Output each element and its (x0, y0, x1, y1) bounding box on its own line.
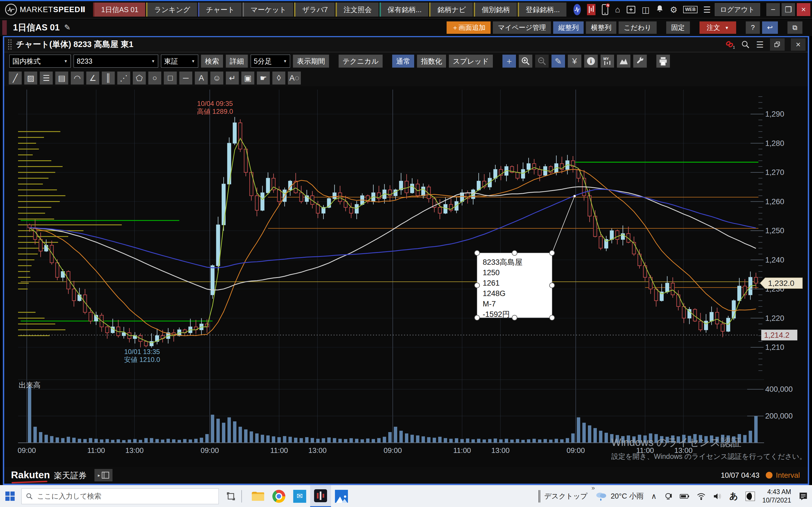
logout-button[interactable]: ログアウト (715, 3, 760, 16)
printer-icon[interactable] (658, 56, 668, 66)
settings-wrench-button[interactable] (633, 55, 647, 68)
camera-icon[interactable] (664, 492, 672, 501)
weather-widget[interactable]: 20°C 小雨 (595, 491, 644, 502)
align-horizontal-button[interactable]: 横整列 (586, 21, 616, 34)
interval-select[interactable]: 5分足▼ (251, 55, 290, 68)
draw-tool-horizontal-line[interactable]: ─ (179, 71, 192, 84)
info-button[interactable]: i (584, 55, 598, 68)
wrench-icon[interactable] (636, 57, 645, 66)
restore-button[interactable]: ❐ (781, 3, 795, 16)
my-chart-button[interactable]: MY (601, 55, 614, 68)
detail-button[interactable]: 詳細 (226, 55, 248, 68)
kodawari-button[interactable]: こだわり (619, 21, 656, 34)
ime-mode-icon[interactable] (746, 492, 755, 501)
technical-button[interactable]: テクニカル (339, 55, 383, 68)
draw-pencil-button[interactable]: ✎ (552, 55, 565, 68)
overflow-chevron-icon[interactable]: » (592, 485, 595, 492)
my-candle-icon[interactable]: MY (603, 56, 612, 66)
draw-tool-vertical-lines[interactable]: ║ (102, 71, 115, 84)
ime-language-icon[interactable]: あ (729, 490, 738, 502)
exchange-select[interactable]: 東証▼ (161, 55, 198, 68)
zoom-in-icon[interactable] (521, 56, 530, 66)
interval-label[interactable]: Interval (776, 471, 800, 480)
info-icon[interactable]: i (587, 57, 595, 65)
close-button[interactable]: × (797, 3, 810, 16)
app-tab-registered[interactable]: 登録銘柄... (518, 3, 567, 17)
help-button[interactable]: ? (746, 21, 760, 34)
close-icon[interactable]: × (791, 38, 806, 51)
chain-link-icon[interactable]: 1 (725, 40, 735, 49)
menu-icon[interactable]: ☰ (703, 5, 711, 15)
taskbar-app-chrome[interactable] (268, 485, 289, 507)
print-button[interactable] (656, 55, 670, 68)
pin-button[interactable]: 固定 (666, 21, 690, 34)
draw-tool-parallel-lines[interactable]: ▨ (24, 71, 37, 84)
app-tab-order-inquiry[interactable]: 注文照会 (336, 3, 378, 17)
app-tab-holdings[interactable]: 保有銘柄... (379, 3, 428, 17)
draw-tool-copy-object[interactable]: ▣ (241, 71, 254, 84)
bell-icon[interactable] (655, 4, 664, 15)
web-icon[interactable]: WEB (683, 6, 698, 13)
plus-icon[interactable]: ＋ (505, 55, 513, 67)
add-screen-button[interactable]: ＋画面追加 (447, 21, 491, 34)
draw-tool-text-label[interactable]: A (195, 71, 208, 84)
status-panel-toggle-button[interactable]: ▸ (94, 469, 112, 482)
drag-handle-icon[interactable] (8, 39, 12, 50)
app-tab-day-trade[interactable]: 1日信AS 01 (93, 3, 145, 17)
app-tab-stock-navi[interactable]: 銘柄ナビ (429, 3, 472, 17)
phone-notification-icon[interactable]: N (601, 3, 610, 16)
draw-tool-gann-lines[interactable]: ▤ (55, 71, 68, 84)
mypage-manage-button[interactable]: マイページ管理 (493, 21, 551, 34)
app-tab-zaraba7[interactable]: ザラバ7 (294, 3, 335, 17)
app-tab-individual[interactable]: 個別銘柄 (474, 3, 517, 17)
draw-tool-pentagon[interactable]: ⬠ (133, 71, 146, 84)
market-category-select[interactable]: 国内株式▼ (9, 55, 71, 68)
draw-tool-stamp-icon[interactable]: ☺ (210, 71, 223, 84)
order-button[interactable]: 注文▼ (700, 21, 737, 34)
app-tab-market[interactable]: マーケット (243, 3, 293, 17)
hidden-icons-chevron[interactable]: ∧ (651, 492, 657, 501)
taskbar-clock[interactable]: 4:43 AM 10/7/2021 (762, 488, 791, 505)
draw-tool-text-eraser[interactable]: A◌ (288, 71, 301, 84)
period-button[interactable]: 表示期間 (293, 55, 329, 68)
zoom-out-button[interactable] (535, 55, 549, 68)
search-icon[interactable] (741, 40, 750, 49)
yen-button[interactable]: ¥ (568, 55, 581, 68)
candle-board-icon[interactable] (587, 3, 596, 16)
draw-tool-rectangle[interactable]: □ (164, 71, 177, 84)
chart-plot-area[interactable]: 400,000200,0001,2901,2801,2701,2601,2501… (7, 90, 805, 466)
battery-icon[interactable] (680, 493, 689, 500)
restore-button[interactable]: ⧉ (788, 21, 802, 34)
mode-index-button[interactable]: 指数化 (417, 55, 446, 68)
stock-code-select[interactable]: 8233▼ (73, 55, 158, 68)
link-button[interactable]: ↩ (762, 21, 778, 34)
task-view-button[interactable] (226, 492, 236, 501)
taskbar-search[interactable] (21, 489, 219, 504)
draw-tool-fib-arc[interactable]: ◠ (71, 71, 84, 84)
draw-tool-eraser[interactable]: ◊ (272, 71, 285, 84)
draw-tool-trend-line[interactable]: ╱ (9, 71, 22, 84)
draw-tool-fan-lines[interactable]: ⋰ (117, 71, 130, 84)
home-icon[interactable]: ⌂ (615, 5, 620, 14)
draw-tool-hand-drag[interactable]: ☛ (257, 71, 270, 84)
draw-tool-speed-lines[interactable]: ∠ (86, 71, 99, 84)
zoom-out-icon[interactable] (537, 56, 547, 66)
toolbar-grip-icon[interactable] (539, 490, 540, 503)
draw-tool-pointer[interactable]: ↵ (226, 71, 239, 84)
taskbar-app-marketspeed[interactable] (310, 485, 331, 507)
mode-normal-button[interactable]: 通常 (392, 55, 414, 68)
taskbar-app-photos[interactable] (331, 485, 352, 507)
crosshair-plus-button[interactable]: ＋ (502, 55, 516, 68)
notification-center-icon[interactable] (799, 492, 808, 501)
mountain-chart-button[interactable] (617, 55, 630, 68)
add-screen-icon[interactable] (626, 4, 636, 15)
mode-spread-button[interactable]: スプレッド (449, 55, 493, 68)
search-button[interactable]: 検索 (201, 55, 223, 68)
edit-pencil-icon[interactable]: ✎ (64, 23, 70, 32)
mountain-icon[interactable] (619, 56, 628, 66)
settings-gear-icon[interactable]: ⚙ (670, 5, 677, 15)
app-tab-chart[interactable]: チャート (198, 3, 242, 17)
minimize-button[interactable]: − (766, 3, 780, 16)
taskbar-app-mail[interactable]: ✉ (289, 485, 310, 507)
pencil-icon[interactable]: ✎ (555, 56, 562, 66)
